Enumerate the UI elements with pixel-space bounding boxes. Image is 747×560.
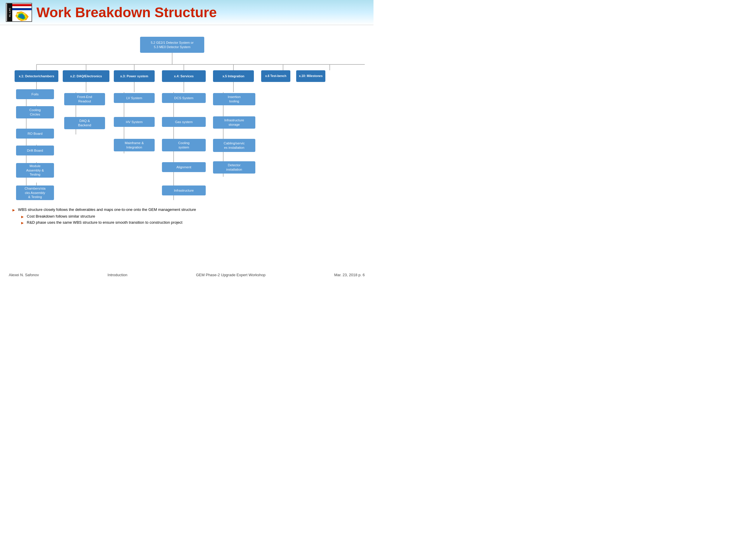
wbs-x1: x.1: Detector/chambers bbox=[15, 70, 58, 82]
ro-board-label: RO Board bbox=[27, 132, 42, 136]
chambers-stacks-label: Chambers/stacks Assembly& Testing bbox=[25, 186, 46, 199]
note-icon-1: ► bbox=[12, 208, 16, 212]
x10-label: x.10: Milestones bbox=[299, 74, 323, 78]
flag-white bbox=[12, 6, 31, 8]
wbs-x3-lv: LV System bbox=[114, 93, 155, 103]
wbs-x4-gas: Gas system bbox=[162, 117, 206, 127]
x5-label: x.5 Integration bbox=[222, 74, 244, 78]
note-icon-3: ► bbox=[20, 220, 25, 225]
wbs-x5-insertion: Insertiontooling bbox=[213, 93, 255, 105]
x1-label: x.1: Detector/chambers bbox=[19, 74, 54, 78]
us-cms-area: US CMS bbox=[12, 3, 31, 21]
wbs-root: 5.2 GE2/1 Detector System or5.3 ME0 Dete… bbox=[140, 37, 204, 53]
wbs-x10: x.10: Milestones bbox=[296, 70, 325, 82]
x3-label: x.3: Power system bbox=[120, 74, 148, 78]
wbs-diagram: 5.2 GE2/1 Detector System or5.3 ME0 Dete… bbox=[9, 31, 365, 203]
cooling-circles-label: CoolingCircles bbox=[29, 108, 41, 117]
wbs-x4: x.4: Services bbox=[162, 70, 206, 82]
detector-installation-label: Detectorinstallation bbox=[226, 163, 242, 172]
svg-text:US: US bbox=[15, 13, 19, 16]
footer-section: Introduction bbox=[108, 273, 128, 277]
wbs-x2-front-end: Front-EndReadout bbox=[64, 93, 105, 105]
hv-system-label: HV System bbox=[126, 120, 143, 124]
drift-board-label: Drift Board bbox=[27, 149, 43, 153]
cms-gem-graphic: US CMS bbox=[12, 10, 31, 21]
insertion-tooling-label: Insertiontooling bbox=[228, 95, 240, 104]
alignment-label: Alignment bbox=[176, 165, 191, 169]
foils-label: Foils bbox=[31, 92, 38, 97]
wbs-x1-chambers-stacks: Chambers/stacks Assembly& Testing bbox=[16, 186, 54, 200]
footer-notes: ► WBS structure closely follows the deli… bbox=[9, 207, 365, 225]
footer-author: Alexei N. Safonov bbox=[9, 273, 39, 277]
wbs-x5-infrastructure-storage: Infrastructurestorage bbox=[213, 116, 255, 129]
x6-label: x.6 Test-bench bbox=[265, 74, 287, 78]
infrastructure-storage-label: Infrastructurestorage bbox=[224, 118, 244, 127]
infrastructure-label: Infrastructure bbox=[174, 188, 194, 193]
wbs-x1-foils: Foils bbox=[16, 89, 54, 99]
dcs-system-label: DCS System bbox=[174, 96, 194, 100]
cabling-label: Cabling/services installation bbox=[224, 141, 244, 150]
wbs-x4-infrastructure: Infrastructure bbox=[162, 186, 206, 195]
gas-system-label: Gas system bbox=[175, 120, 193, 124]
svg-text:CMS: CMS bbox=[24, 12, 29, 15]
x2-label: x.2: DAQ/Electronics bbox=[70, 74, 102, 78]
note-icon-2: ► bbox=[20, 214, 25, 219]
root-label: 5.2 GE2/1 Detector System or5.3 ME0 Dete… bbox=[151, 41, 194, 49]
sub-notes: ► Cost Breakdown follows similar structu… bbox=[20, 214, 362, 225]
wbs-x5-cabling: Cabling/services installation bbox=[213, 139, 255, 152]
mainframe-label: Mainframe &Integration bbox=[125, 141, 144, 150]
sub-note-2: ► R&D phase uses the same WBS structure … bbox=[20, 220, 362, 225]
sub-note-2-text: R&D phase uses the same WBS structure to… bbox=[27, 220, 182, 224]
module-assembly-label: ModuleAssembly &Testing bbox=[26, 164, 44, 177]
sub-note-1: ► Cost Breakdown follows similar structu… bbox=[20, 214, 362, 219]
footer-date: Mar. 23, 2018 p. 6 bbox=[334, 273, 365, 277]
wbs-x5: x.5 Integration bbox=[213, 70, 254, 82]
wbs-x5-detector-installation: Detectorinstallation bbox=[213, 161, 255, 174]
hl-lhc-label: HL-LHC bbox=[7, 3, 12, 21]
x4-label: x.4: Services bbox=[174, 74, 194, 78]
daq-label: DAQ &Backend bbox=[78, 119, 91, 128]
main-content: 5.2 GE2/1 Detector System or5.3 ME0 Dete… bbox=[0, 25, 374, 231]
wbs-x1-cooling-circles: CoolingCircles bbox=[16, 106, 54, 118]
cms-logo-svg: US CMS bbox=[14, 11, 30, 21]
wbs-x1-module-assembly: ModuleAssembly &Testing bbox=[16, 163, 54, 178]
main-note: ► WBS structure closely follows the deli… bbox=[12, 207, 362, 212]
page-title: Work Breakdown Structure bbox=[36, 4, 217, 20]
page-header: HL-LHC US CMS Wo bbox=[0, 0, 374, 25]
wbs-x4-dcs: DCS System bbox=[162, 93, 206, 103]
wbs-x1-ro-board: RO Board bbox=[16, 129, 54, 138]
main-note-text: WBS structure closely follows the delive… bbox=[18, 207, 196, 212]
wbs-x3-mainframe: Mainframe &Integration bbox=[114, 139, 155, 151]
footer-event: GEM Phase-2 Upgrade Expert Workshop bbox=[196, 273, 265, 277]
hl-lhc-text: HL-LHC bbox=[9, 7, 11, 17]
sub-note-1-text: Cost Breakdown follows similar structure bbox=[27, 214, 95, 218]
cooling-system-label: Coolingsystem bbox=[178, 141, 190, 150]
lv-system-label: LV System bbox=[126, 96, 143, 100]
front-end-label: Front-EndReadout bbox=[77, 95, 92, 104]
wbs-x2-daq: DAQ &Backend bbox=[64, 117, 105, 129]
flag-blue bbox=[12, 8, 31, 10]
wbs-x1-drift-board: Drift Board bbox=[16, 145, 54, 156]
logo: HL-LHC US CMS bbox=[6, 3, 32, 22]
page-footer: Alexei N. Safonov Introduction GEM Phase… bbox=[9, 273, 365, 277]
wbs-x3-hv: HV System bbox=[114, 117, 155, 127]
wbs-x3: x.3: Power system bbox=[114, 70, 155, 82]
wbs-x4-alignment: Alignment bbox=[162, 162, 206, 172]
wbs-x6: x.6 Test-bench bbox=[261, 70, 290, 82]
wbs-x2: x.2: DAQ/Electronics bbox=[63, 70, 109, 82]
wbs-x4-cooling: Coolingsystem bbox=[162, 139, 206, 151]
flag-red bbox=[12, 4, 31, 6]
